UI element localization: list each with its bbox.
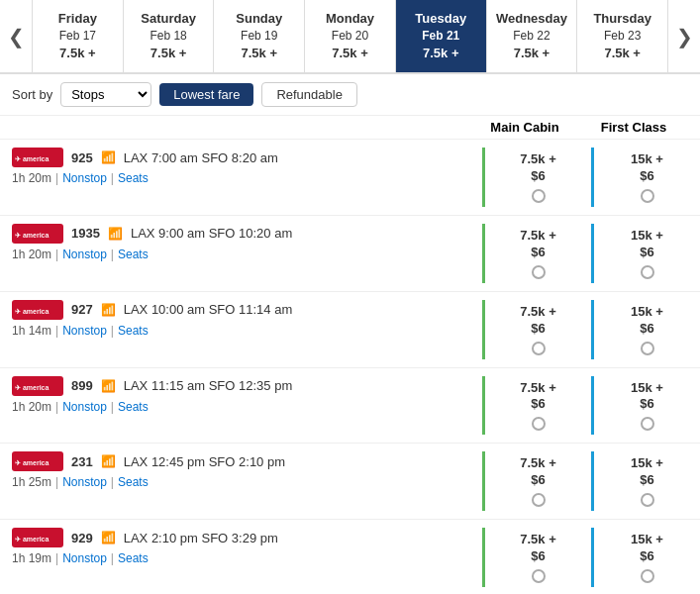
- nonstop-link[interactable]: Nonstop: [62, 171, 107, 185]
- flight-info: ✈ america 899 📶 LAX 11:15 am SFO 12:35 p…: [0, 376, 482, 436]
- seats-link[interactable]: Seats: [118, 171, 149, 185]
- date-tab-feb-23[interactable]: ThursdayFeb 237.5k +: [577, 0, 668, 72]
- price-cells: 7.5k +$6 15k +$6: [482, 528, 700, 587]
- first-class-amount: 15k +$6: [631, 532, 663, 565]
- main-cabin-radio[interactable]: [532, 265, 546, 279]
- first-class-radio[interactable]: [641, 189, 654, 203]
- first-class-radio[interactable]: [641, 493, 654, 507]
- svg-text:✈ america: ✈ america: [15, 536, 50, 543]
- seats-link[interactable]: Seats: [118, 400, 149, 414]
- main-cabin-price[interactable]: 7.5k +$6: [482, 148, 591, 207]
- first-class-radio[interactable]: [641, 265, 654, 279]
- main-cabin-radio[interactable]: [532, 493, 546, 507]
- prev-date-button[interactable]: ❮: [0, 0, 32, 72]
- main-cabin-price[interactable]: 7.5k +$6: [482, 300, 591, 359]
- first-class-radio[interactable]: [641, 569, 654, 583]
- date-tab-feb-17[interactable]: FridayFeb 177.5k +: [32, 0, 124, 72]
- next-date-button[interactable]: ❯: [668, 0, 700, 72]
- first-class-amount: 15k +$6: [631, 228, 663, 261]
- flight-duration: 1h 20m: [12, 171, 51, 185]
- first-class-price[interactable]: 15k +$6: [591, 148, 700, 207]
- main-cabin-price[interactable]: 7.5k +$6: [482, 528, 591, 587]
- flight-info: ✈ america 231 📶 LAX 12:45 pm SFO 2:10 pm…: [0, 451, 482, 511]
- main-cabin-radio[interactable]: [532, 342, 546, 355]
- main-cabin-radio[interactable]: [532, 189, 546, 203]
- date-tab-feb-20[interactable]: MondayFeb 207.5k +: [305, 0, 396, 72]
- flight-route: LAX 9:00 am SFO 10:20 am: [131, 226, 292, 241]
- sort-select[interactable]: Stops Duration Departure: [60, 82, 151, 107]
- sort-label: Sort by: [12, 87, 52, 102]
- flight-bottom: 1h 25m | Nonstop | Seats: [12, 475, 470, 489]
- svg-text:✈ america: ✈ america: [15, 384, 50, 391]
- first-class-amount: 15k +$6: [631, 304, 663, 338]
- nonstop-link[interactable]: Nonstop: [62, 475, 107, 489]
- seats-link[interactable]: Seats: [118, 324, 149, 338]
- seats-link[interactable]: Seats: [118, 475, 149, 489]
- date-tab-feb-22[interactable]: WednesdayFeb 227.5k +: [487, 0, 578, 72]
- first-class-amount: 15k +$6: [631, 455, 663, 489]
- main-cabin-amount: 7.5k +$6: [520, 455, 556, 489]
- flight-info: ✈ america 925 📶 LAX 7:00 am SFO 8:20 am …: [0, 148, 482, 207]
- seats-link[interactable]: Seats: [118, 551, 149, 565]
- flight-route: LAX 10:00 am SFO 11:14 am: [124, 302, 293, 317]
- nonstop-link[interactable]: Nonstop: [62, 248, 107, 261]
- first-class-price[interactable]: 15k +$6: [591, 528, 700, 587]
- flight-row: ✈ america 899 📶 LAX 11:15 am SFO 12:35 p…: [0, 368, 700, 445]
- wifi-icon: 📶: [101, 303, 116, 317]
- first-class-radio[interactable]: [641, 417, 654, 431]
- first-class-header: First Class: [579, 120, 688, 135]
- lowest-fare-button[interactable]: Lowest fare: [159, 83, 253, 106]
- flight-top: ✈ america 899 📶 LAX 11:15 am SFO 12:35 p…: [12, 376, 470, 396]
- wifi-icon: 📶: [108, 227, 123, 241]
- price-cells: 7.5k +$6 15k +$6: [482, 300, 700, 359]
- date-navigation: ❮ FridayFeb 177.5k +SaturdayFeb 187.5k +…: [0, 0, 700, 74]
- date-tab-feb-21[interactable]: TuesdayFeb 217.5k +: [396, 0, 487, 72]
- flight-top: ✈ america 929 📶 LAX 2:10 pm SFO 3:29 pm: [12, 528, 470, 547]
- nonstop-link[interactable]: Nonstop: [62, 324, 107, 338]
- first-class-price[interactable]: 15k +$6: [591, 224, 700, 283]
- svg-text:✈ america: ✈ america: [15, 308, 50, 315]
- main-cabin-price[interactable]: 7.5k +$6: [482, 376, 591, 436]
- flight-info: ✈ america 927 📶 LAX 10:00 am SFO 11:14 a…: [0, 300, 482, 359]
- wifi-icon: 📶: [101, 531, 116, 544]
- svg-text:✈ america: ✈ america: [15, 232, 50, 239]
- first-class-amount: 15k +$6: [631, 380, 663, 414]
- date-tabs: FridayFeb 177.5k +SaturdayFeb 187.5k +Su…: [32, 0, 668, 72]
- price-cells: 7.5k +$6 15k +$6: [482, 224, 700, 283]
- svg-text:✈ america: ✈ america: [15, 459, 50, 466]
- flight-bottom: 1h 14m | Nonstop | Seats: [12, 324, 470, 338]
- flight-row: ✈ america 1935 📶 LAX 9:00 am SFO 10:20 a…: [0, 216, 700, 292]
- flight-duration: 1h 19m: [12, 551, 51, 565]
- flight-number: 231: [71, 454, 93, 469]
- nonstop-link[interactable]: Nonstop: [62, 551, 107, 565]
- flight-top: ✈ america 925 📶 LAX 7:00 am SFO 8:20 am: [12, 148, 470, 167]
- flight-number: 1935: [71, 226, 100, 241]
- main-cabin-price[interactable]: 7.5k +$6: [482, 224, 591, 283]
- nonstop-link[interactable]: Nonstop: [62, 400, 107, 414]
- date-tab-feb-18[interactable]: SaturdayFeb 187.5k +: [124, 0, 215, 72]
- main-cabin-price[interactable]: 7.5k +$6: [482, 451, 591, 511]
- flight-top: ✈ america 1935 📶 LAX 9:00 am SFO 10:20 a…: [12, 224, 470, 244]
- refundable-button[interactable]: Refundable: [261, 82, 357, 107]
- first-class-price[interactable]: 15k +$6: [591, 300, 700, 359]
- price-cells: 7.5k +$6 15k +$6: [482, 451, 700, 511]
- first-class-price[interactable]: 15k +$6: [591, 451, 700, 511]
- flight-row: ✈ america 929 📶 LAX 2:10 pm SFO 3:29 pm …: [0, 520, 700, 594]
- flight-number: 899: [71, 378, 93, 393]
- main-cabin-radio[interactable]: [532, 417, 546, 431]
- seats-link[interactable]: Seats: [118, 248, 149, 261]
- first-class-radio[interactable]: [641, 342, 654, 355]
- flight-number: 929: [71, 531, 93, 545]
- flight-duration: 1h 14m: [12, 324, 51, 338]
- date-tab-feb-19[interactable]: SundayFeb 197.5k +: [214, 0, 305, 72]
- flight-number: 925: [71, 150, 93, 165]
- price-cells: 7.5k +$6 15k +$6: [482, 376, 700, 436]
- flight-route: LAX 11:15 am SFO 12:35 pm: [124, 378, 293, 393]
- main-cabin-header: Main Cabin: [470, 120, 579, 135]
- column-headers: Main Cabin First Class: [0, 116, 700, 140]
- price-cells: 7.5k +$6 15k +$6: [482, 148, 700, 207]
- first-class-price[interactable]: 15k +$6: [591, 376, 700, 436]
- flight-info: ✈ america 929 📶 LAX 2:10 pm SFO 3:29 pm …: [0, 528, 482, 587]
- main-cabin-radio[interactable]: [532, 569, 546, 583]
- flight-row: ✈ america 927 📶 LAX 10:00 am SFO 11:14 a…: [0, 292, 700, 368]
